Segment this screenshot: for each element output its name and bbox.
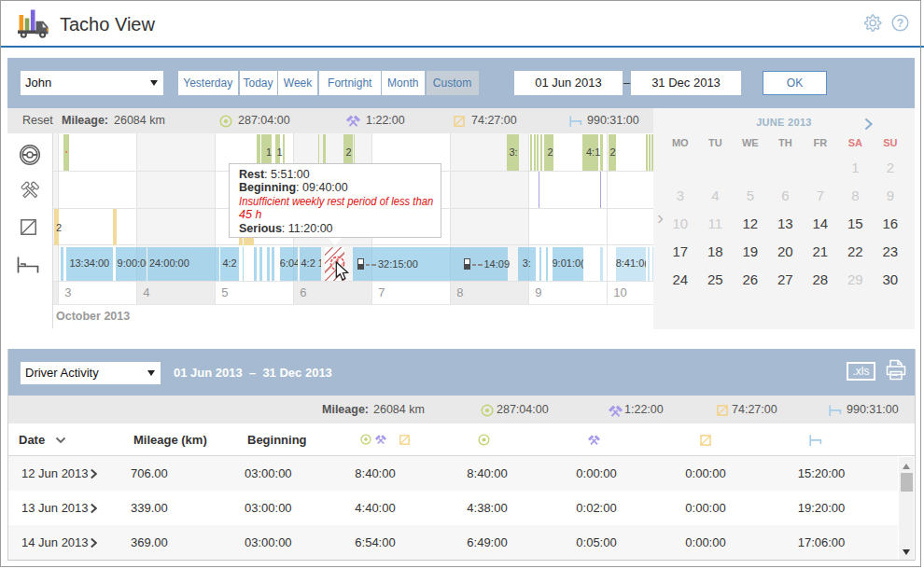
- svg-text:?: ?: [897, 17, 903, 30]
